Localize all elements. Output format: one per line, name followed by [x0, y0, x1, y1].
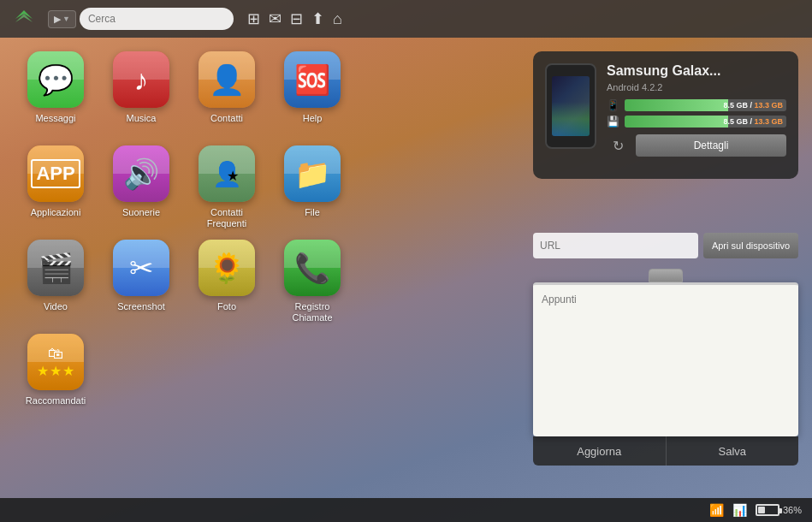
refresh-button[interactable]: ↻ — [607, 134, 629, 157]
app-label-applicazioni: Applicazioni — [31, 207, 81, 218]
app-label-contatti-freq: Contatti Frequenti — [207, 207, 246, 229]
notepad-textarea[interactable] — [533, 285, 798, 430]
device-details: Samsung Galax... Android 4.2.2 📱 8.5 GB … — [607, 63, 786, 157]
app-help[interactable]: 🆘 Help — [274, 51, 351, 137]
storage-text-1: 8.5 GB / 13.3 GB — [723, 99, 783, 111]
storage-text-2: 8.5 GB / 13.3 GB — [723, 116, 783, 128]
mail-icon[interactable]: ✉ — [269, 9, 282, 28]
storage-track-1: 8.5 GB / 13.3 GB — [625, 99, 786, 111]
storage-bar-2: 💾 8.5 GB / 13.3 GB — [607, 116, 786, 128]
app-label-musica: Musica — [127, 113, 157, 124]
app-icon-contatti: 👤 — [199, 51, 255, 108]
app-icon-video: 🎬 — [27, 240, 84, 296]
play-icon: ▶ — [54, 14, 61, 25]
notepad-actions: Aggiorna Salva — [533, 436, 798, 466]
app-label-foto: Foto — [217, 301, 236, 312]
app-logo — [10, 5, 38, 33]
device-info: Samsung Galax... Android 4.2.2 📱 8.5 GB … — [545, 63, 786, 157]
app-icon-screenshot: ✂ — [113, 240, 169, 296]
device-actions: ↻ Dettagli — [607, 134, 786, 157]
app-label-file: File — [305, 207, 320, 218]
app-label-contatti: Contatti — [210, 113, 243, 124]
battery-fill — [758, 507, 765, 513]
app-screenshot[interactable]: ✂ Screenshot — [103, 240, 180, 325]
status-bar: 📶 📊 36% — [0, 498, 812, 522]
app-file[interactable]: 📁 File — [274, 145, 351, 231]
device-screen-colors — [552, 102, 590, 136]
battery-percent: 36% — [783, 505, 802, 515]
toolbar-icons: ⊞ ✉ ⊟ ⬆ ⌂ — [247, 9, 342, 28]
notepad-clip — [649, 269, 683, 282]
app-foto[interactable]: 🌻 Foto — [188, 240, 265, 325]
app-applicazioni[interactable]: APP Applicazioni — [17, 145, 94, 231]
search-input[interactable] — [80, 8, 234, 30]
wifi-icon: 📶 — [709, 503, 724, 517]
app-registro[interactable]: 📞 Registro Chiamate — [274, 240, 351, 325]
signal-icon: 📊 — [732, 503, 747, 517]
app-icon-messaggi: 💬 — [27, 51, 84, 108]
app-musica[interactable]: ♪ Musica — [103, 51, 180, 137]
device-phone-image — [545, 63, 596, 149]
app-messaggi[interactable]: 💬 Messaggi — [17, 51, 94, 137]
app-video[interactable]: 🎬 Video — [17, 240, 94, 325]
app-grid: 💬 Messaggi ♪ Musica 👤 Contatti 🆘 Help AP… — [17, 51, 351, 419]
home-icon[interactable]: ⌂ — [333, 10, 342, 28]
toolbar: ▶ ▼ ⊞ ✉ ⊟ ⬆ ⌂ — [0, 0, 812, 38]
app-icon-foto: 🌻 — [199, 240, 255, 296]
device-panel: Samsung Galax... Android 4.2.2 📱 8.5 GB … — [533, 51, 798, 179]
battery-indicator: 36% — [756, 504, 802, 516]
app-icon-applicazioni: APP — [27, 145, 84, 202]
svg-marker-1 — [15, 14, 33, 22]
device-name: Samsung Galax... — [607, 63, 786, 79]
app-contatti-freq[interactable]: 👤★ Contatti Frequenti — [188, 145, 265, 231]
search-area: ▶ ▼ — [48, 8, 234, 30]
storage-bar-1: 📱 8.5 GB / 13.3 GB — [607, 99, 786, 111]
app-label-raccomandati: Raccomandati — [26, 395, 86, 406]
app-icon-musica: ♪ — [113, 51, 169, 108]
open-device-button[interactable]: Apri sul dispositivo — [703, 233, 798, 258]
grid-icon[interactable]: ⊞ — [247, 9, 260, 28]
app-label-video: Video — [44, 301, 68, 312]
grid2-icon[interactable]: ⊟ — [290, 9, 303, 28]
app-icon-file: 📁 — [284, 145, 341, 202]
notepad-body — [533, 282, 798, 436]
app-icon-registro: 📞 — [284, 240, 341, 296]
upload-icon[interactable]: ⬆ — [311, 9, 324, 28]
play-arrow: ▼ — [62, 15, 70, 23]
storage-fill-2 — [625, 116, 728, 128]
app-label-help: Help — [303, 113, 323, 124]
app-icon-contatti-freq: 👤★ — [199, 145, 255, 202]
device-screen — [552, 76, 590, 136]
dettagli-button[interactable]: Dettagli — [636, 134, 786, 157]
app-label-messaggi: Messaggi — [35, 113, 75, 124]
url-bar: Apri sul dispositivo — [533, 233, 798, 258]
app-icon-raccomandati: 🛍 ★★★ — [27, 334, 84, 390]
app-contatti[interactable]: 👤 Contatti — [188, 51, 265, 137]
url-input[interactable] — [533, 233, 698, 258]
app-raccomandati[interactable]: 🛍 ★★★ Raccomandati — [17, 334, 94, 419]
app-label-suonerie: Suonerie — [122, 207, 160, 218]
battery-box — [756, 504, 779, 516]
storage-fill-1 — [625, 99, 728, 111]
salva-button[interactable]: Salva — [667, 436, 799, 466]
device-os: Android 4.2.2 — [607, 82, 786, 92]
sd-storage-icon: 💾 — [607, 116, 619, 128]
storage-track-2: 8.5 GB / 13.3 GB — [625, 116, 786, 128]
aggiorna-button[interactable]: Aggiorna — [533, 436, 667, 466]
phone-storage-icon: 📱 — [607, 99, 619, 111]
app-icon-help: 🆘 — [284, 51, 341, 108]
notepad-panel: Aggiorna Salva — [533, 269, 798, 466]
app-suonerie[interactable]: 🔊 Suonerie — [103, 145, 180, 231]
play-button[interactable]: ▶ ▼ — [48, 10, 76, 28]
app-label-screenshot: Screenshot — [117, 301, 165, 312]
app-label-registro: Registro Chiamate — [292, 301, 332, 323]
app-icon-suonerie: 🔊 — [113, 145, 169, 202]
